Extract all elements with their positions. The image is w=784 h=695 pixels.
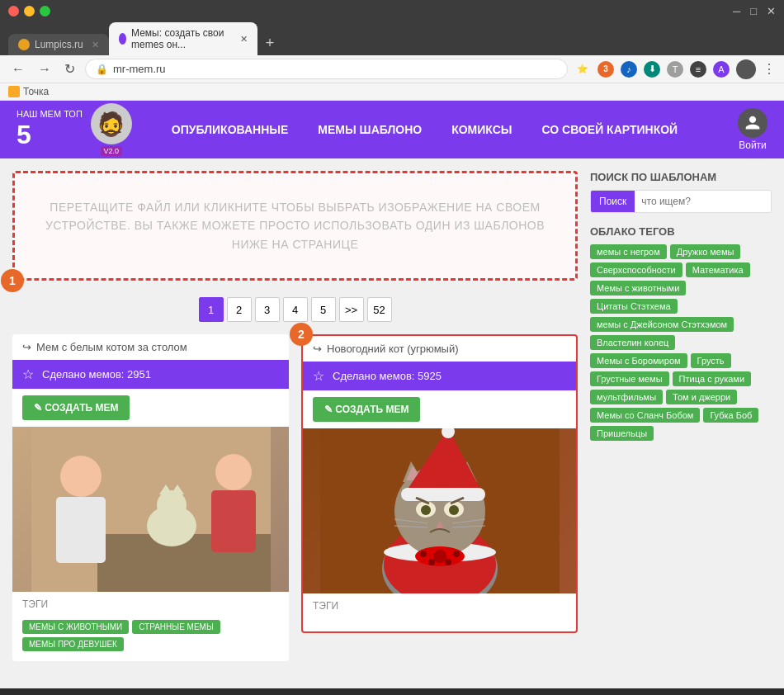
- tab-close-mrmem[interactable]: ✕: [240, 34, 248, 45]
- search-label: Поиск: [591, 191, 635, 212]
- meme-1-star-icon[interactable]: ☆: [22, 366, 34, 382]
- page-btn-3[interactable]: 3: [255, 297, 280, 322]
- meme-1-arrow-icon: ↪: [22, 341, 31, 353]
- tag-cloud: ОБЛАКО ТЕГОВ мемы с негром Дружко мемы С…: [590, 225, 772, 441]
- cloud-tag-2[interactable]: Сверхспособности: [590, 262, 682, 277]
- logo-area: НАШ МЕМ ТОП 5 🧔 V2.0: [17, 103, 132, 156]
- cloud-tag-5[interactable]: Цитаты Стэтхема: [590, 299, 678, 314]
- svg-rect-3: [56, 497, 106, 563]
- meme-1-stats-text: Сделано мемов: 2951: [42, 368, 151, 381]
- cloud-tag-14[interactable]: Мемы со Сланч Бобом: [590, 408, 700, 423]
- cloud-tag-7[interactable]: Властелин колец: [590, 335, 675, 350]
- cloud-tag-0[interactable]: мемы с негром: [590, 244, 667, 259]
- back-button[interactable]: ←: [8, 60, 28, 78]
- cloud-tag-6[interactable]: мемы с Джейсоном Стэтхэмом: [590, 317, 734, 332]
- extension-icon-7[interactable]: A: [713, 61, 730, 78]
- extension-icon-1[interactable]: ⭐: [574, 61, 591, 78]
- tab-mrmem[interactable]: Мемы: создать свои memes он... ✕: [109, 22, 257, 55]
- window-controls-group: [8, 6, 50, 17]
- page-btn-1[interactable]: 1: [199, 297, 224, 322]
- meme-2-create-button[interactable]: ✎ СОЗДАТЬ МЕМ: [313, 397, 420, 422]
- search-input[interactable]: [635, 191, 772, 212]
- upload-section: ПЕРЕТАЩИТЕ ФАЙЛ ИЛИ КЛИКНИТЕ ЧТОБЫ ВЫБРА…: [12, 171, 578, 281]
- extension-icon-6[interactable]: ≡: [690, 61, 706, 78]
- forward-button[interactable]: →: [35, 60, 54, 78]
- bookmark-label[interactable]: Точка: [23, 86, 49, 97]
- cloud-tag-3[interactable]: Математика: [686, 262, 750, 277]
- close-button[interactable]: [8, 6, 19, 17]
- tag-cloud-title: ОБЛАКО ТЕГОВ: [590, 225, 772, 238]
- extension-icon-2[interactable]: 3: [597, 61, 614, 78]
- meme-1-create-button[interactable]: ✎ СОЗДАТЬ МЕМ: [22, 395, 130, 420]
- svg-point-34: [433, 550, 446, 563]
- extension-icon-3[interactable]: ♪: [621, 61, 637, 78]
- user-avatar[interactable]: [736, 59, 756, 79]
- nav-templates[interactable]: МЕМЫ ШАБЛОНО: [303, 116, 437, 143]
- upload-box[interactable]: ПЕРЕТАЩИТЕ ФАЙЛ ИЛИ КЛИКНИТЕ ЧТОБЫ ВЫБРА…: [12, 171, 578, 281]
- title-bar-right: ─ □ ✕: [733, 5, 776, 17]
- meme-card-2: ↪ Новогодний кот (угрюмый) ☆ Сделано мем…: [301, 334, 578, 633]
- meme-card-1: ↪ Мем с белым котом за столом ☆ Сделано …: [12, 334, 289, 661]
- meme-2-create-area: ✎ СОЗДАТЬ МЕМ: [303, 390, 576, 428]
- maximize-icon[interactable]: □: [750, 5, 757, 17]
- cloud-tag-13[interactable]: Том и джерри: [666, 390, 737, 404]
- cloud-tag-10[interactable]: Грустные мемы: [590, 371, 669, 386]
- cloud-tag-4[interactable]: Мемы с животными: [590, 281, 686, 295]
- tab-close-lumpics[interactable]: ✕: [92, 40, 99, 50]
- login-label: Войти: [739, 139, 767, 151]
- close-icon[interactable]: ✕: [767, 5, 776, 17]
- meme-2-arrow-icon: ↪: [313, 343, 322, 355]
- meme-1-tag-0[interactable]: МЕМЫ С ЖИВОТНЫМИ: [22, 620, 129, 634]
- extension-icon-5[interactable]: T: [667, 61, 683, 78]
- svg-rect-9: [211, 490, 256, 552]
- logo-avatar: 🧔: [91, 103, 132, 144]
- cloud-tag-16[interactable]: Пришельцы: [590, 426, 654, 441]
- extension-icon-4[interactable]: ⬇: [644, 61, 660, 78]
- reload-button[interactable]: ↻: [61, 59, 78, 78]
- svg-point-36: [453, 551, 460, 557]
- minimize-icon[interactable]: ─: [733, 5, 740, 17]
- nav-published[interactable]: ОПУБЛИКОВАННЫЕ: [157, 116, 303, 143]
- svg-point-25: [449, 505, 459, 515]
- sidebar-search: ПОИСК ПО ШАБЛОНАМ Поиск: [590, 171, 772, 213]
- nav-custom[interactable]: СО СВОЕЙ КАРТИНКОЙ: [527, 116, 693, 143]
- tab-label-lumpics: Lumpics.ru: [35, 39, 83, 50]
- page-btn-4[interactable]: 4: [283, 297, 308, 322]
- minimize-button[interactable]: [24, 6, 35, 17]
- bookmark-bar: Точка: [0, 83, 784, 101]
- cloud-tag-9[interactable]: Грусть: [691, 353, 731, 368]
- logo-top-text: НАШ МЕМ ТОП: [17, 109, 83, 120]
- cloud-tag-12[interactable]: мультфильмы: [590, 390, 663, 404]
- meme-2-stats: ☆ Сделано мемов: 5925: [303, 362, 576, 390]
- tab-lumpics[interactable]: Lumpics.ru ✕: [8, 34, 109, 55]
- browser-menu-icon[interactable]: ⋮: [763, 61, 776, 77]
- meme-1-tag-2[interactable]: МЕМЫ ПРО ДЕВУШЕК: [22, 637, 124, 651]
- nav-comics[interactable]: КОМИКСЫ: [437, 116, 527, 143]
- meme-2-title: Новогодний кот (угрюмый): [327, 343, 459, 355]
- page-btn-5[interactable]: 5: [311, 297, 336, 322]
- cloud-tag-11[interactable]: Птица с руками: [673, 371, 752, 386]
- cloud-tag-1[interactable]: Дружко мемы: [670, 244, 741, 259]
- annotation-1: 1: [1, 269, 24, 292]
- page-btn-2[interactable]: 2: [227, 297, 252, 322]
- meme-1-tag-1[interactable]: СТРАННЫЕ МЕМЫ: [132, 620, 220, 634]
- meme-2-star-icon[interactable]: ☆: [313, 368, 324, 384]
- sidebar: ПОИСК ПО ШАБЛОНАМ Поиск ОБЛАКО ТЕГОВ мем…: [590, 171, 772, 661]
- login-button[interactable]: Войти: [738, 108, 767, 151]
- tab-favicon-mrmem: [119, 33, 126, 45]
- meme-2-image: [303, 428, 576, 593]
- url-bar[interactable]: 🔒 mr-mem.ru: [85, 59, 568, 79]
- meme-2-tags: [303, 618, 576, 631]
- cloud-tag-8[interactable]: Мемы с Боромиром: [590, 353, 687, 368]
- tab-bar: Lumpics.ru ✕ Мемы: создать свои memes он…: [0, 22, 784, 55]
- logo-number: 5: [17, 120, 83, 150]
- page-btn-next[interactable]: >>: [339, 297, 364, 322]
- svg-point-2: [60, 456, 102, 497]
- tag-cloud-tags: мемы с негром Дружко мемы Сверхспособнос…: [590, 244, 772, 441]
- new-tab-button[interactable]: +: [257, 31, 283, 55]
- site-header: НАШ МЕМ ТОП 5 🧔 V2.0 ОПУБЛИКОВАННЫЕ МЕМЫ…: [0, 101, 784, 158]
- maximize-button[interactable]: [40, 6, 50, 17]
- page-btn-last[interactable]: 52: [367, 297, 392, 322]
- pagination: 1 2 3 4 5 >> 52: [12, 297, 578, 322]
- cloud-tag-15[interactable]: Губка Боб: [703, 408, 758, 423]
